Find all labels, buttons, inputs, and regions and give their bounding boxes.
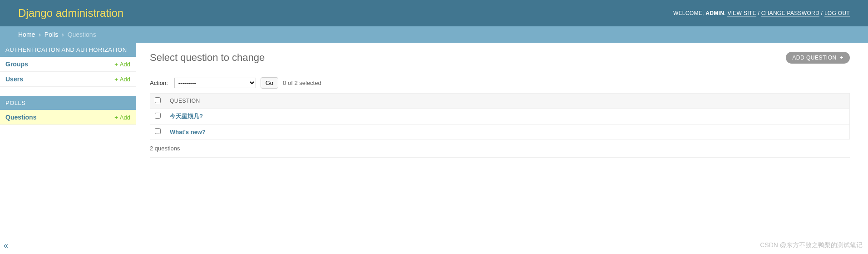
branding-link[interactable]: Django administration [18, 7, 123, 19]
column-header-question[interactable]: QUESTION [165, 94, 850, 109]
table-row: What's new? [150, 125, 850, 139]
action-label: Action: [150, 80, 168, 86]
separator: / [758, 10, 761, 16]
sidebar-caption-auth: AUTHENTICATION AND AUTHORIZATION [0, 43, 136, 57]
page-title: Select question to change [150, 52, 265, 64]
sidebar-module-auth: AUTHENTICATION AND AUTHORIZATION Groups … [0, 43, 136, 87]
select-all-checkbox[interactable] [155, 97, 161, 103]
change-password-link[interactable]: CHANGE PASSWORD [761, 10, 819, 17]
sidebar-link-users[interactable]: Users [5, 75, 23, 83]
sidebar-module-polls: POLLS Questions Add [0, 96, 136, 125]
breadcrumb-home[interactable]: Home [18, 31, 35, 38]
sidebar-link-groups[interactable]: Groups [5, 60, 28, 68]
sidebar-caption-polls: POLLS [0, 96, 136, 110]
breadcrumb-app[interactable]: Polls [44, 31, 58, 38]
main-content: Select question to change ADD QUESTION A… [136, 43, 868, 176]
sidebar-link-questions[interactable]: Questions [5, 114, 36, 121]
username: ADMIN [705, 10, 724, 16]
actions-bar: Action: --------- Go 0 of 2 selected [150, 73, 850, 93]
sidebar: AUTHENTICATION AND AUTHORIZATION Groups … [0, 43, 136, 176]
table-row: 今天星期几? [150, 109, 850, 125]
welcome-text: WELCOME, [673, 10, 705, 16]
row-checkbox[interactable] [155, 113, 161, 119]
sidebar-item-questions: Questions Add [0, 110, 136, 125]
add-groups-link[interactable]: Add [114, 61, 130, 68]
breadcrumb-sep: › [37, 31, 43, 38]
question-link[interactable]: What's new? [170, 129, 206, 135]
question-link[interactable]: 今天星期几? [170, 113, 203, 120]
breadcrumb: Home › Polls › Questions [0, 26, 868, 43]
breadcrumb-sep: › [60, 31, 66, 38]
user-tools: WELCOME, ADMIN. VIEW SITE / CHANGE PASSW… [673, 10, 850, 16]
go-button[interactable]: Go [261, 77, 278, 89]
sidebar-item-users: Users Add [0, 72, 136, 87]
row-checkbox[interactable] [155, 128, 161, 134]
branding: Django administration [18, 7, 123, 20]
add-question-button[interactable]: ADD QUESTION [786, 52, 850, 64]
view-site-link[interactable]: VIEW SITE [727, 10, 756, 17]
logout-link[interactable]: LOG OUT [824, 10, 850, 17]
add-users-link[interactable]: Add [114, 76, 130, 83]
action-counter: 0 of 2 selected [283, 80, 321, 86]
results-table: QUESTION 今天星期几? What's new? [150, 93, 850, 139]
separator: / [821, 10, 824, 16]
breadcrumb-current: Questions [68, 31, 96, 38]
sidebar-item-groups: Groups Add [0, 57, 136, 72]
paginator: 2 questions [150, 139, 850, 158]
add-questions-link[interactable]: Add [114, 114, 130, 121]
action-select[interactable]: --------- [174, 78, 256, 88]
